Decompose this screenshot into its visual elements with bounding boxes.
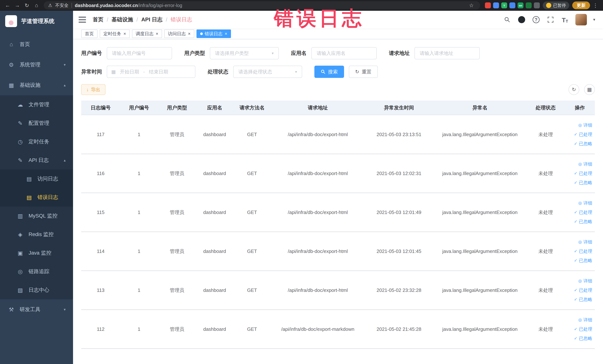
browser-home-icon[interactable]: ⌂ [32,1,41,10]
browser-menu-kebab-icon[interactable]: ⋮ [591,1,600,10]
bookmark-star-icon[interactable]: ☆ [467,1,476,10]
cell-app-name: dashboard [196,154,233,193]
extension-green-circle-icon[interactable]: Y [501,2,507,8]
ignored-link[interactable]: ✓已忽略 [574,296,592,303]
processed-link[interactable]: ✓已处理 [574,248,592,254]
close-icon[interactable]: × [225,32,227,36]
process-status-select[interactable]: 请选择处理状态 ▾ [233,66,302,78]
config-icon: ✎ [16,120,24,127]
extension-green-tree-icon[interactable] [526,2,532,8]
processed-link[interactable]: ✓已处理 [574,170,592,176]
request-url-input[interactable] [415,47,480,59]
detail-link[interactable]: ◎详细 [578,200,592,206]
sidebar-item[interactable]: ✎API 日志▴ [0,151,73,169]
processed-link[interactable]: ✓已处理 [574,287,592,293]
sidebar-item[interactable]: ◎链路追踪 [0,262,73,281]
back-icon[interactable]: ← [3,1,12,10]
date-range-picker[interactable]: ▦ 开始日期 - 结束日期 [107,66,195,78]
ignored-link[interactable]: ✓已忽略 [574,219,592,224]
app-frame: 芋道管理系统 ⌂首页⚙系统管理▾▦基础设施▴☁文件管理✎配置管理◷定时任务✎AP… [0,11,603,364]
browser-toolbar: ← → ↻ ⌂ ⚠ 不安全 dashboard.yudao.iocoder.cn… [0,0,603,11]
sidebar-item[interactable]: ◷定时任务 [0,132,73,151]
extension-blue-grid-icon[interactable] [509,2,515,8]
tab-item[interactable]: 调度日志× [132,29,162,38]
user-avatar[interactable] [575,14,587,25]
help-icon[interactable]: ? [532,16,540,24]
detail-link[interactable]: ◎详细 [578,122,592,128]
export-button[interactable]: ↓ 导出 [81,84,105,95]
file-icon: ☁ [16,101,24,108]
reload-icon[interactable]: ↻ [23,1,31,10]
detail-link[interactable]: ◎详细 [578,161,592,167]
breadcrumb-item[interactable]: 基础设施 [112,16,133,23]
table-row: 1151管理员dashboardGET/api/infra/db-doc/exp… [81,193,595,232]
check-icon: ✓ [574,180,577,185]
chevron-up-icon: ▴ [64,158,66,163]
url-text[interactable]: dashboard.yudao.iocoder.cn/infra/log/api… [75,3,464,8]
refresh-table-button[interactable]: ↻ [568,84,579,95]
tab-item[interactable]: 首页 [81,29,97,38]
close-icon[interactable]: × [123,32,126,36]
fullscreen-icon[interactable] [546,16,555,24]
sidebar-item[interactable]: ⚒研发工具▾ [0,299,73,320]
update-button[interactable]: 更新 [572,1,590,9]
ignored-link[interactable]: ✓已忽略 [574,180,592,186]
ignored-link[interactable]: ✓已忽略 [574,141,592,147]
extension-blue-drop-icon[interactable] [493,2,499,8]
sidebar-item[interactable]: ⚙系统管理▾ [0,55,73,75]
sidebar-item[interactable]: ☁文件管理 [0,95,73,114]
filter-user-id: 用户编号 [81,47,172,59]
extension-dark-pin-icon[interactable] [534,2,540,8]
app-logo[interactable]: 芋道管理系统 [0,11,73,32]
font-size-icon[interactable]: TT [561,16,569,24]
reset-button[interactable]: ↻ 重置 [349,66,378,78]
ignored-link[interactable]: ✓已忽略 [574,335,592,341]
tab-item[interactable]: 访问日志× [164,29,194,38]
processed-link[interactable]: ✓已处理 [574,131,592,137]
breadcrumb-item[interactable]: 首页 [93,16,104,23]
user-type-select[interactable]: 请选择用户类型 ▾ [210,47,279,59]
sidebar-item[interactable]: ▦基础设施▴ [0,75,73,95]
sidebar-item[interactable]: ▣Java 监控 [0,244,73,262]
breadcrumb-item[interactable]: API 日志 [141,16,162,23]
sidebar-item[interactable]: ⌂首页 [0,34,73,55]
ignored-link[interactable]: ✓已忽略 [574,258,592,263]
hamburger-icon[interactable] [79,17,86,23]
user-id-input[interactable] [107,47,172,59]
github-icon[interactable] [518,16,526,24]
paused-badge[interactable]: 已暂停 [543,1,569,9]
tab-item[interactable]: 定时任务× [100,29,130,38]
address-bar[interactable]: ⚠ 不安全 dashboard.yudao.iocoder.cn/infra/l… [44,1,480,10]
detail-link[interactable]: ◎详细 [578,317,592,323]
sidebar-item[interactable]: ✎配置管理 [0,114,73,132]
table-body: 1171管理员dashboardGET/api/infra/db-doc/exp… [81,115,595,349]
sidebar-item[interactable]: ▥MySQL 监控 [0,207,73,225]
close-icon[interactable]: × [188,32,191,36]
search-button[interactable]: 搜索 [314,66,344,78]
extension-on-badge-icon[interactable]: on [518,2,523,8]
processed-link[interactable]: ✓已处理 [574,326,592,332]
cell-log-id: 116 [81,154,120,193]
breadcrumb: 首页/基础设施/API 日志/错误日志 [93,16,192,23]
cell-process-status: 未处理 [527,115,565,154]
close-icon[interactable]: × [156,32,158,36]
processed-link[interactable]: ✓已处理 [574,209,592,215]
detail-link[interactable]: ◎详细 [578,239,592,245]
emoji-icon [546,3,551,8]
chevron-down-icon[interactable]: ▾ [593,17,595,22]
sidebar-item[interactable]: ◈Redis 监控 [0,225,73,244]
forward-icon[interactable]: → [13,1,22,10]
cell-user-id: 1 [120,232,158,271]
sidebar-item-label: Redis 监控 [29,231,54,238]
check-icon: ✓ [574,249,577,254]
sidebar-item[interactable]: ▧日志中心 [0,281,73,299]
detail-link[interactable]: ◎详细 [578,278,592,284]
search-icon[interactable] [503,16,511,24]
sidebar-item[interactable]: ▤错误日志 [0,188,73,207]
column-settings-button[interactable]: ▦ [584,84,595,95]
app-name-input[interactable] [312,47,377,59]
extension-red-circle-icon[interactable] [485,2,491,8]
sidebar-item[interactable]: ▤访问日志 [0,169,73,188]
security-label[interactable]: 不安全 [55,2,69,8]
tab-item[interactable]: 错误日志× [197,29,231,38]
